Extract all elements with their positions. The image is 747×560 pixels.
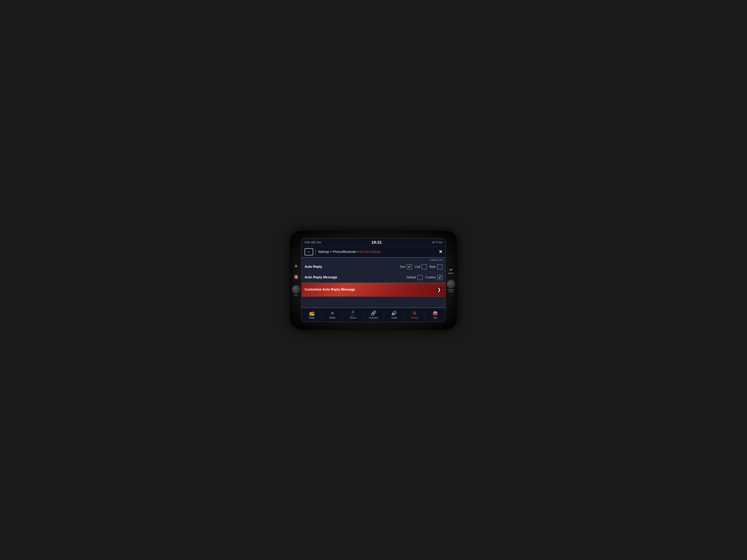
- audio-label: Audio: [391, 317, 397, 319]
- auto-reply-message-controls: Default Custom: [342, 275, 442, 280]
- uconnect-icon: 🔗: [371, 311, 376, 316]
- nav-phone[interactable]: 📱 Phone: [343, 310, 363, 320]
- custom-label: Custom: [426, 276, 436, 279]
- default-checkbox[interactable]: [417, 275, 422, 280]
- car-bezel: ☀ 🔇 VOL ↩ BACK SCROLL TUNE DAB: ABC Jazz…: [290, 231, 457, 329]
- trip-icon: 🚘: [432, 311, 438, 316]
- nav-bar: ← Settings > Phone/Bluetooth > Do Not Di…: [302, 246, 445, 258]
- trip-label: Trip: [433, 317, 437, 319]
- phone-label: Phone: [350, 317, 356, 319]
- default-checkbox-group: Default: [407, 275, 422, 280]
- both-checkbox-group: Both: [430, 264, 442, 269]
- nav-media[interactable]: ≡ Media: [322, 310, 343, 320]
- nav-uconnect[interactable]: 🔗 Uconnect: [363, 310, 384, 320]
- brightness-icon: ☀: [294, 264, 298, 269]
- nav-separator: [315, 248, 316, 255]
- scroll-tune-knob[interactable]: [447, 280, 455, 288]
- auto-reply-message-row: Auto Reply Message Default Custom: [302, 272, 445, 283]
- main-content: 3 items in list Auto Reply Text Call Bot…: [302, 258, 445, 308]
- nav-trip[interactable]: 🚘 Trip: [425, 310, 445, 320]
- vol-label: VOL: [292, 294, 300, 296]
- auto-reply-label: Auto Reply: [305, 265, 342, 269]
- nav-audio[interactable]: 🔊 Audio: [384, 310, 405, 320]
- custom-checkbox[interactable]: [437, 275, 442, 280]
- custom-checkbox-group: Custom: [426, 275, 442, 280]
- scroll-tune-knob-container[interactable]: SCROLL TUNE: [447, 280, 455, 293]
- customise-message-label: Customise Auto Reply Message: [305, 288, 436, 292]
- radio-source: DAB: ABC Jazz: [305, 241, 321, 244]
- text-label: Text: [400, 265, 405, 268]
- customise-message-row[interactable]: Customise Auto Reply Message ❯: [302, 283, 445, 296]
- status-bar: DAB: ABC Jazz 19:21 19 °C Out: [302, 239, 445, 246]
- screen: DAB: ABC Jazz 19:21 19 °C Out ← Settings…: [301, 238, 446, 322]
- auto-reply-row: Auto Reply Text Call Both: [302, 262, 445, 272]
- right-controls: ↩ BACK SCROLL TUNE: [447, 267, 455, 293]
- media-label: Media: [329, 317, 336, 319]
- vol-knob[interactable]: [292, 285, 300, 294]
- bottom-nav: 📻 Radio ≡ Media 📱 Phone 🔗 Uconnect 🔊 Aud…: [302, 308, 445, 322]
- breadcrumb-current: Do Not Disturb: [360, 250, 380, 254]
- back-arrow-icon: ↩: [448, 267, 454, 272]
- mute-icon: 🔇: [294, 275, 299, 279]
- nav-settings[interactable]: ⚙ Settings: [405, 310, 425, 320]
- radio-icon: 📻: [309, 311, 315, 316]
- content-spacer: [302, 296, 445, 308]
- both-checkbox[interactable]: [437, 264, 442, 269]
- default-label: Default: [407, 276, 416, 279]
- breadcrumb: Settings > Phone/Bluetooth > Do Not Dist…: [318, 250, 437, 254]
- customise-arrow-icon: ❯: [436, 286, 442, 293]
- both-label: Both: [430, 265, 436, 268]
- auto-reply-message-label: Auto Reply Message: [305, 275, 342, 279]
- back-label: BACK: [448, 272, 454, 274]
- phone-icon: 📱: [350, 311, 356, 316]
- audio-icon: 🔊: [391, 311, 397, 316]
- breadcrumb-path: Settings > Phone/Bluetooth >: [318, 250, 360, 254]
- left-controls: ☀ 🔇 VOL: [292, 264, 300, 296]
- temperature: 19 °C Out: [432, 241, 442, 244]
- brightness-control[interactable]: ☀: [294, 264, 298, 269]
- call-checkbox[interactable]: [421, 264, 427, 269]
- settings-label: Settings: [411, 317, 418, 319]
- radio-label: Radio: [309, 317, 315, 319]
- text-checkbox[interactable]: [407, 264, 412, 269]
- back-button-physical[interactable]: ↩ BACK: [448, 267, 454, 274]
- close-button[interactable]: ✕: [439, 249, 442, 255]
- call-label: Call: [415, 265, 420, 268]
- items-count: 3 items in list: [302, 258, 445, 262]
- vol-knob-container[interactable]: VOL: [292, 285, 300, 296]
- settings-icon: ⚙: [413, 311, 417, 316]
- text-checkbox-group: Text: [400, 264, 412, 269]
- auto-reply-controls: Text Call Both: [342, 264, 442, 269]
- call-checkbox-group: Call: [415, 264, 427, 269]
- scroll-tune-label: SCROLL TUNE: [447, 289, 455, 293]
- nav-radio[interactable]: 📻 Radio: [302, 310, 322, 320]
- clock: 19:21: [371, 240, 382, 245]
- media-icon: ≡: [331, 311, 334, 316]
- back-nav-button[interactable]: ←: [305, 248, 313, 256]
- mute-control[interactable]: 🔇: [294, 275, 299, 280]
- uconnect-label: Uconnect: [369, 317, 378, 319]
